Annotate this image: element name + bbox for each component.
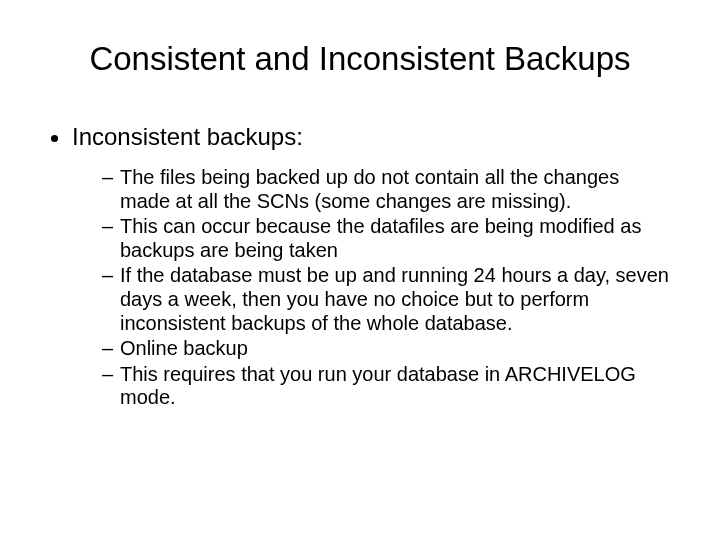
sub-bullet-item: Online backup (102, 337, 674, 361)
sub-bullet-text: The files being backed up do not contain… (120, 166, 619, 212)
sub-bullet-item: This requires that you run your database… (102, 363, 674, 410)
sub-bullet-item: This can occur because the datafiles are… (102, 215, 674, 262)
bullet-text: Inconsistent backups: (72, 123, 303, 150)
sub-bullet-text: This requires that you run your database… (120, 363, 636, 409)
sub-bullet-item: If the database must be up and running 2… (102, 264, 674, 335)
bullet-list-level2: The files being backed up do not contain… (72, 166, 674, 410)
sub-bullet-item: The files being backed up do not contain… (102, 166, 674, 213)
bullet-item: Inconsistent backups: The files being ba… (72, 122, 674, 410)
slide: Consistent and Inconsistent Backups Inco… (0, 0, 720, 540)
sub-bullet-text: This can occur because the datafiles are… (120, 215, 641, 261)
slide-title: Consistent and Inconsistent Backups (46, 40, 674, 78)
bullet-list-level1: Inconsistent backups: The files being ba… (46, 122, 674, 410)
sub-bullet-text: Online backup (120, 337, 248, 359)
sub-bullet-text: If the database must be up and running 2… (120, 264, 669, 333)
